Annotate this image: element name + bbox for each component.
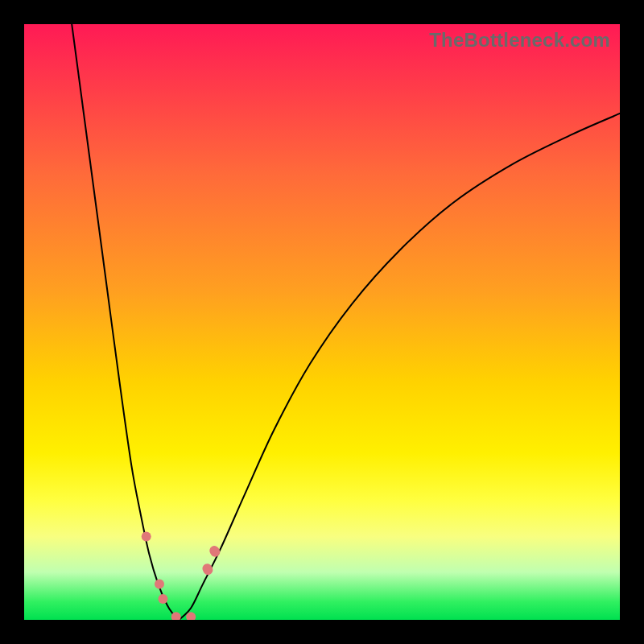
plot-area: TheBottleneck.com xyxy=(24,24,620,620)
data-point-marker xyxy=(155,580,164,589)
left-curve xyxy=(72,24,179,620)
right-curve xyxy=(179,114,620,620)
chart-frame: TheBottleneck.com xyxy=(0,0,644,644)
data-point-marker xyxy=(208,544,222,559)
curve-layer xyxy=(24,24,620,620)
data-point-marker xyxy=(142,531,151,541)
data-point-marker xyxy=(158,594,167,604)
marker-group xyxy=(142,531,222,620)
